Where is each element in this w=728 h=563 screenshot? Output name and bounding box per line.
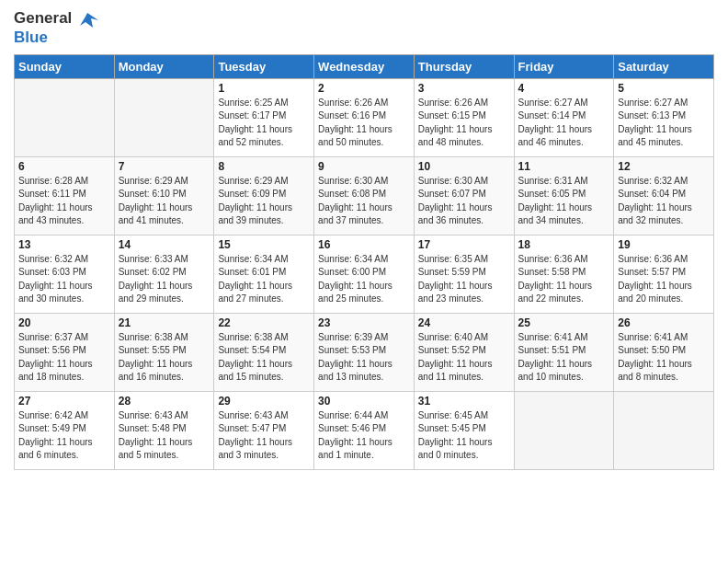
day-number: 11 bbox=[518, 160, 610, 173]
day-cell bbox=[514, 391, 614, 469]
day-info: Sunrise: 6:39 AMSunset: 5:53 PMDaylight:… bbox=[318, 331, 410, 385]
day-number: 1 bbox=[218, 82, 310, 95]
day-info: Sunrise: 6:30 AMSunset: 6:08 PMDaylight:… bbox=[318, 175, 410, 228]
day-cell: 12Sunrise: 6:32 AMSunset: 6:04 PMDayligh… bbox=[614, 156, 714, 235]
day-number: 7 bbox=[119, 160, 210, 173]
day-number: 25 bbox=[518, 316, 610, 329]
header-day-sunday: Sunday bbox=[15, 54, 115, 78]
day-info: Sunrise: 6:29 AMSunset: 6:09 PMDaylight:… bbox=[218, 175, 310, 228]
week-row-4: 20Sunrise: 6:37 AMSunset: 5:56 PMDayligh… bbox=[15, 313, 714, 391]
day-info: Sunrise: 6:35 AMSunset: 5:59 PMDaylight:… bbox=[418, 253, 510, 306]
week-row-5: 27Sunrise: 6:42 AMSunset: 5:49 PMDayligh… bbox=[15, 391, 714, 469]
svg-marker-0 bbox=[80, 13, 98, 28]
day-info: Sunrise: 6:27 AMSunset: 6:13 PMDaylight:… bbox=[618, 97, 710, 150]
day-number: 17 bbox=[418, 238, 510, 251]
day-number: 12 bbox=[618, 160, 710, 173]
day-info: Sunrise: 6:38 AMSunset: 5:55 PMDaylight:… bbox=[119, 331, 210, 385]
day-cell: 7Sunrise: 6:29 AMSunset: 6:10 PMDaylight… bbox=[114, 156, 214, 235]
day-info: Sunrise: 6:30 AMSunset: 6:07 PMDaylight:… bbox=[418, 175, 510, 228]
day-cell: 27Sunrise: 6:42 AMSunset: 5:49 PMDayligh… bbox=[15, 391, 115, 469]
day-number: 5 bbox=[618, 82, 710, 95]
day-number: 2 bbox=[318, 82, 410, 95]
day-cell: 3Sunrise: 6:26 AMSunset: 6:15 PMDaylight… bbox=[414, 78, 514, 156]
day-cell: 9Sunrise: 6:30 AMSunset: 6:08 PMDaylight… bbox=[314, 156, 415, 235]
day-cell: 1Sunrise: 6:25 AMSunset: 6:17 PMDaylight… bbox=[214, 78, 314, 156]
day-cell: 24Sunrise: 6:40 AMSunset: 5:52 PMDayligh… bbox=[414, 313, 514, 391]
calendar-table: SundayMondayTuesdayWednesdayThursdayFrid… bbox=[14, 54, 714, 470]
logo-text: General Blue bbox=[14, 9, 98, 47]
day-cell: 30Sunrise: 6:44 AMSunset: 5:46 PMDayligh… bbox=[314, 391, 415, 469]
day-number: 6 bbox=[18, 160, 110, 173]
day-info: Sunrise: 6:31 AMSunset: 6:05 PMDaylight:… bbox=[518, 175, 610, 228]
day-cell: 6Sunrise: 6:28 AMSunset: 6:11 PMDaylight… bbox=[15, 156, 115, 235]
day-number: 27 bbox=[18, 395, 110, 408]
header: General Blue bbox=[14, 9, 714, 47]
day-number: 26 bbox=[618, 316, 710, 329]
day-info: Sunrise: 6:41 AMSunset: 5:51 PMDaylight:… bbox=[518, 331, 610, 385]
day-cell: 26Sunrise: 6:41 AMSunset: 5:50 PMDayligh… bbox=[614, 313, 714, 391]
day-info: Sunrise: 6:27 AMSunset: 6:14 PMDaylight:… bbox=[518, 97, 610, 150]
day-info: Sunrise: 6:36 AMSunset: 5:57 PMDaylight:… bbox=[618, 253, 710, 306]
day-cell bbox=[614, 391, 714, 469]
day-number: 30 bbox=[318, 395, 410, 408]
header-day-saturday: Saturday bbox=[614, 54, 714, 78]
day-info: Sunrise: 6:36 AMSunset: 5:58 PMDaylight:… bbox=[518, 253, 610, 306]
day-cell: 23Sunrise: 6:39 AMSunset: 5:53 PMDayligh… bbox=[314, 313, 415, 391]
week-row-1: 1Sunrise: 6:25 AMSunset: 6:17 PMDaylight… bbox=[15, 78, 714, 156]
day-cell: 4Sunrise: 6:27 AMSunset: 6:14 PMDaylight… bbox=[514, 78, 614, 156]
day-info: Sunrise: 6:26 AMSunset: 6:15 PMDaylight:… bbox=[418, 97, 510, 150]
week-row-2: 6Sunrise: 6:28 AMSunset: 6:11 PMDaylight… bbox=[15, 156, 714, 235]
day-cell: 10Sunrise: 6:30 AMSunset: 6:07 PMDayligh… bbox=[414, 156, 514, 235]
header-day-monday: Monday bbox=[114, 54, 214, 78]
day-number: 16 bbox=[318, 238, 410, 251]
day-cell: 28Sunrise: 6:43 AMSunset: 5:48 PMDayligh… bbox=[114, 391, 214, 469]
day-cell bbox=[114, 78, 214, 156]
day-cell: 21Sunrise: 6:38 AMSunset: 5:55 PMDayligh… bbox=[114, 313, 214, 391]
day-number: 28 bbox=[119, 395, 210, 408]
day-cell: 22Sunrise: 6:38 AMSunset: 5:54 PMDayligh… bbox=[214, 313, 314, 391]
day-info: Sunrise: 6:32 AMSunset: 6:03 PMDaylight:… bbox=[18, 253, 110, 306]
day-number: 20 bbox=[18, 316, 110, 329]
day-cell: 15Sunrise: 6:34 AMSunset: 6:01 PMDayligh… bbox=[214, 235, 314, 313]
day-number: 4 bbox=[518, 82, 610, 95]
day-number: 23 bbox=[318, 316, 410, 329]
day-info: Sunrise: 6:40 AMSunset: 5:52 PMDaylight:… bbox=[418, 331, 510, 385]
day-cell: 13Sunrise: 6:32 AMSunset: 6:03 PMDayligh… bbox=[15, 235, 115, 313]
day-cell: 17Sunrise: 6:35 AMSunset: 5:59 PMDayligh… bbox=[414, 235, 514, 313]
day-number: 29 bbox=[218, 395, 310, 408]
day-number: 10 bbox=[418, 160, 510, 173]
day-number: 31 bbox=[418, 395, 510, 408]
day-info: Sunrise: 6:41 AMSunset: 5:50 PMDaylight:… bbox=[618, 331, 710, 385]
week-row-3: 13Sunrise: 6:32 AMSunset: 6:03 PMDayligh… bbox=[15, 235, 714, 313]
day-cell: 11Sunrise: 6:31 AMSunset: 6:05 PMDayligh… bbox=[514, 156, 614, 235]
day-info: Sunrise: 6:26 AMSunset: 6:16 PMDaylight:… bbox=[318, 97, 410, 150]
day-number: 3 bbox=[418, 82, 510, 95]
day-info: Sunrise: 6:43 AMSunset: 5:48 PMDaylight:… bbox=[119, 409, 210, 463]
day-cell bbox=[15, 78, 115, 156]
day-cell: 19Sunrise: 6:36 AMSunset: 5:57 PMDayligh… bbox=[614, 235, 714, 313]
logo-bird-icon bbox=[78, 9, 98, 29]
logo: General Blue bbox=[14, 9, 98, 47]
day-number: 18 bbox=[518, 238, 610, 251]
day-number: 8 bbox=[218, 160, 310, 173]
day-info: Sunrise: 6:29 AMSunset: 6:10 PMDaylight:… bbox=[119, 175, 210, 228]
day-info: Sunrise: 6:42 AMSunset: 5:49 PMDaylight:… bbox=[18, 409, 110, 463]
day-number: 13 bbox=[18, 238, 110, 251]
day-number: 24 bbox=[418, 316, 510, 329]
day-info: Sunrise: 6:38 AMSunset: 5:54 PMDaylight:… bbox=[218, 331, 310, 385]
day-number: 21 bbox=[119, 316, 210, 329]
page: General Blue SundayMondayTuesdayWednesda… bbox=[0, 0, 728, 563]
day-info: Sunrise: 6:37 AMSunset: 5:56 PMDaylight:… bbox=[18, 331, 110, 385]
day-info: Sunrise: 6:43 AMSunset: 5:47 PMDaylight:… bbox=[218, 409, 310, 463]
day-cell: 16Sunrise: 6:34 AMSunset: 6:00 PMDayligh… bbox=[314, 235, 415, 313]
day-info: Sunrise: 6:25 AMSunset: 6:17 PMDaylight:… bbox=[218, 97, 310, 150]
day-number: 9 bbox=[318, 160, 410, 173]
day-number: 19 bbox=[618, 238, 710, 251]
day-info: Sunrise: 6:44 AMSunset: 5:46 PMDaylight:… bbox=[318, 409, 410, 463]
day-cell: 18Sunrise: 6:36 AMSunset: 5:58 PMDayligh… bbox=[514, 235, 614, 313]
header-day-thursday: Thursday bbox=[414, 54, 514, 78]
header-day-wednesday: Wednesday bbox=[314, 54, 415, 78]
day-cell: 14Sunrise: 6:33 AMSunset: 6:02 PMDayligh… bbox=[114, 235, 214, 313]
day-number: 14 bbox=[119, 238, 210, 251]
day-number: 22 bbox=[218, 316, 310, 329]
